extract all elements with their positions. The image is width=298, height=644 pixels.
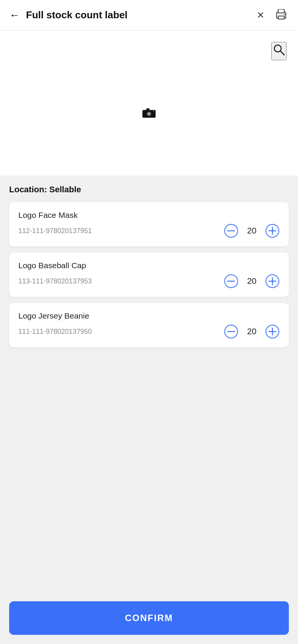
product-card: Logo Jersey Beanie 111-111-978020137950 … [9, 303, 289, 347]
product-row: 111-111-978020137950 20 [18, 324, 280, 339]
camera-button[interactable] [142, 105, 156, 120]
location-section: Location: Sellable Logo Face Mask 112-11… [0, 175, 298, 480]
svg-rect-10 [146, 108, 149, 110]
quantity-controls: 20 [224, 324, 280, 339]
quantity-controls: 20 [224, 274, 280, 288]
decrement-button[interactable] [224, 274, 238, 288]
svg-rect-2 [278, 16, 284, 19]
page-title: Full stock count label [26, 9, 128, 21]
quantity-value: 20 [246, 327, 258, 336]
increment-button[interactable] [265, 224, 280, 238]
header: ← Full stock count label ✕ [0, 0, 298, 31]
product-card: Logo Face Mask 112-111-978020137951 20 [9, 202, 289, 246]
decrement-button[interactable] [224, 224, 238, 238]
decrement-button[interactable] [224, 324, 238, 339]
confirm-container: CONFIRM [0, 595, 298, 644]
quantity-value: 20 [246, 226, 258, 236]
header-left: ← Full stock count label [9, 9, 128, 21]
increment-button[interactable] [265, 324, 280, 339]
quantity-controls: 20 [224, 224, 280, 238]
increment-button[interactable] [265, 274, 280, 288]
product-sku: 111-111-978020137950 [18, 328, 224, 336]
scan-area [0, 31, 298, 175]
header-right: ✕ [255, 8, 289, 23]
svg-line-5 [280, 51, 284, 55]
minus-icon [224, 274, 238, 288]
location-label: Location: Sellable [9, 185, 289, 195]
spacer [9, 353, 289, 468]
search-icon [272, 43, 286, 56]
svg-rect-1 [278, 9, 284, 13]
svg-point-3 [284, 14, 285, 15]
product-name: Logo Baseball Cap [18, 261, 280, 270]
product-card: Logo Baseball Cap 113-111-978020137953 2… [9, 253, 289, 297]
product-row: 112-111-978020137951 20 [18, 224, 280, 238]
confirm-button[interactable]: CONFIRM [9, 601, 289, 635]
product-list: Logo Face Mask 112-111-978020137951 20 [9, 202, 289, 347]
search-button[interactable] [271, 42, 287, 60]
svg-point-9 [148, 113, 150, 115]
product-name: Logo Jersey Beanie [18, 311, 280, 320]
minus-icon [224, 324, 238, 339]
product-row: 113-111-978020137953 20 [18, 274, 280, 288]
plus-icon [265, 274, 280, 288]
plus-icon [265, 224, 280, 238]
svg-rect-11 [153, 111, 154, 112]
camera-icon [142, 105, 156, 120]
minus-icon [224, 224, 238, 238]
back-button[interactable]: ← [9, 10, 20, 21]
product-name: Logo Face Mask [18, 211, 280, 220]
product-sku: 113-111-978020137953 [18, 277, 224, 285]
plus-icon [265, 324, 280, 339]
product-sku: 112-111-978020137951 [18, 227, 224, 235]
printer-icon [275, 11, 287, 22]
print-button[interactable] [274, 8, 289, 23]
close-button[interactable]: ✕ [255, 9, 266, 21]
quantity-value: 20 [246, 276, 258, 286]
close-icon: ✕ [257, 10, 264, 20]
